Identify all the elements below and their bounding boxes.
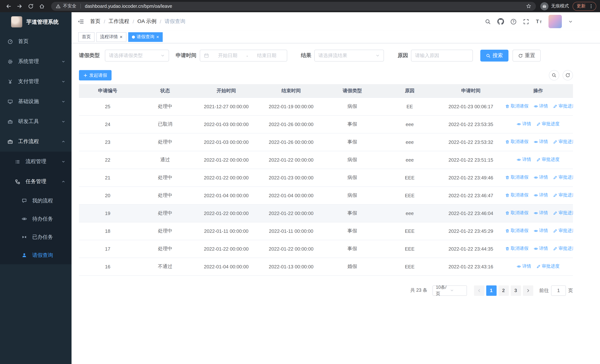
table-header-row: 申请编号 状态 开始时间 结束时间 请假类型 原因 申请时间 操作 (79, 84, 573, 97)
cancel-leave-link[interactable]: 取消请假 (505, 192, 528, 198)
tab-close-icon[interactable]: × (120, 35, 122, 39)
cell-start-time: 2022-01-11 00:00:00 (194, 222, 259, 240)
start-date-placeholder: 开始日期 (211, 52, 244, 59)
tab-leave-query[interactable]: 请假查询 × (128, 32, 163, 42)
toggle-search-icon[interactable] (549, 70, 559, 80)
sidebar-item-workflow[interactable]: 工作流程 (0, 131, 72, 152)
help-icon[interactable]: ? (510, 18, 517, 25)
cell-end-time: 2022-01-22 00:00:00 (259, 151, 324, 169)
sidebar-item-infrastructure[interactable]: 基础设施 (0, 92, 72, 112)
prev-page-button[interactable] (474, 285, 484, 296)
goto-page-input[interactable] (551, 285, 566, 296)
detail-link[interactable]: 详情 (534, 103, 548, 110)
calendar-icon (204, 53, 209, 58)
edit-icon (553, 193, 558, 197)
sidebar-item-process-management[interactable]: 流程管理 (0, 152, 72, 172)
cell-apply-time: 2022-01-22 23:53:32 (438, 133, 503, 151)
chevron-down-icon (61, 79, 66, 84)
bowtie-icon (21, 234, 30, 240)
detail-link[interactable]: 详情 (517, 263, 531, 270)
font-size-icon[interactable]: TT (535, 18, 542, 25)
result-select[interactable]: 请选择流结果 (314, 50, 384, 62)
fullscreen-icon[interactable] (523, 18, 529, 25)
browser-forward-icon[interactable] (15, 1, 24, 11)
sidebar-item-task-management[interactable]: 任务管理 (0, 172, 72, 192)
sidebar-item-leave-query[interactable]: 请假查询 (0, 246, 72, 264)
sidebar-item-label: 首页 (18, 38, 66, 45)
cancel-leave-link[interactable]: 取消请假 (505, 139, 528, 145)
tab-process-detail[interactable]: 流程详情 × (96, 32, 126, 42)
table-tools (549, 70, 573, 80)
approval-progress-link[interactable]: 审批进度 (553, 246, 573, 252)
approval-progress-link[interactable]: 审批进度 (553, 174, 573, 181)
detail-link[interactable]: 详情 (534, 139, 548, 145)
kebab-menu-icon[interactable] (589, 3, 594, 9)
refresh-icon[interactable] (562, 70, 573, 80)
bookmark-star-icon[interactable] (526, 3, 531, 9)
approval-progress-link[interactable]: 审批进度 (536, 157, 560, 163)
tab-close-icon[interactable]: × (156, 35, 159, 39)
cancel-leave-link[interactable]: 取消请假 (505, 228, 528, 234)
approval-progress-link[interactable]: 审批进度 (536, 121, 560, 127)
github-icon[interactable] (497, 18, 504, 25)
cell-end-time: 2022-01-22 00:00:00 (259, 204, 324, 222)
approval-progress-link[interactable]: 审批进度 (553, 228, 573, 234)
sidebar-item-system[interactable]: 系统管理 (0, 52, 72, 72)
breadcrumb-item[interactable]: 首页 (90, 18, 100, 25)
detail-link[interactable]: 详情 (534, 192, 548, 198)
cancel-leave-link[interactable]: 取消请假 (505, 174, 528, 181)
sidebar-item-my-processes[interactable]: 我的流程 (0, 192, 72, 210)
browser-home-icon[interactable] (37, 1, 47, 11)
search-button[interactable]: 搜索 (480, 50, 508, 62)
browser-update-button[interactable]: 更新 (572, 2, 596, 10)
cell-start-time: 2022-01-22 00:00:00 (194, 151, 259, 169)
chevron-down-icon (61, 119, 66, 124)
apply-time-range-picker[interactable]: 开始日期 - 结束日期 (200, 50, 287, 62)
chevron-down-icon[interactable] (568, 19, 573, 24)
reset-button[interactable]: 重置 (513, 50, 541, 62)
col-status: 状态 (136, 84, 194, 97)
approval-progress-link[interactable]: 审批进度 (553, 210, 573, 216)
address-bar[interactable]: 不安全 dashboard.yudao.iocoder.cn/bpm/oa/le… (51, 2, 536, 10)
detail-link[interactable]: 详情 (534, 210, 548, 216)
breadcrumb-item[interactable]: OA 示例 (138, 18, 157, 25)
sidebar-item-label: 支付管理 (18, 78, 61, 85)
browser-back-icon[interactable] (4, 1, 13, 11)
page-button-3[interactable]: 3 (510, 285, 521, 296)
approval-progress-link[interactable]: 审批进度 (553, 103, 573, 110)
page-size-select[interactable]: 10条/页 (432, 285, 467, 296)
goto-label: 前往 (539, 287, 549, 294)
browser-reload-icon[interactable] (26, 1, 36, 11)
page-button-1[interactable]: 1 (486, 285, 497, 296)
detail-link[interactable]: 详情 (517, 157, 531, 163)
approval-progress-link[interactable]: 审批进度 (553, 192, 573, 198)
next-page-button[interactable] (523, 285, 533, 296)
cancel-leave-link[interactable]: 取消请假 (505, 103, 528, 110)
detail-link[interactable]: 详情 (534, 246, 548, 252)
approval-progress-link[interactable]: 审批进度 (553, 139, 573, 145)
search-icon[interactable] (485, 18, 491, 25)
reason-input[interactable]: 请输入原因 (411, 50, 473, 62)
cancel-leave-link[interactable]: 取消请假 (505, 246, 528, 252)
reset-button-label: 重置 (525, 52, 535, 59)
breadcrumb-item[interactable]: 工作流程 (109, 18, 129, 25)
create-leave-button[interactable]: 发起请假 (79, 70, 112, 80)
table-row: 18 处理中 2022-01-11 00:00:00 2022-01-11 00… (79, 222, 573, 240)
page-button-2[interactable]: 2 (498, 285, 509, 296)
sidebar-item-done-tasks[interactable]: 已办任务 (0, 228, 72, 246)
cancel-leave-link[interactable]: 取消请假 (505, 210, 528, 216)
fold-menu-icon[interactable] (77, 18, 84, 25)
sidebar-item-payment[interactable]: 支付管理 (0, 72, 72, 92)
cell-apply-time: 2022-01-23 00:06:17 (438, 97, 503, 115)
user-avatar[interactable] (548, 15, 562, 28)
detail-link[interactable]: 详情 (534, 174, 548, 181)
breadcrumb-separator: / (133, 19, 134, 24)
detail-link[interactable]: 详情 (534, 228, 548, 234)
leave-type-select[interactable]: 请选择请假类型 (105, 50, 169, 62)
tab-home[interactable]: 首页 (78, 32, 94, 42)
approval-progress-link[interactable]: 审批进度 (536, 263, 560, 270)
sidebar-item-todo-tasks[interactable]: 待办任务 (0, 210, 72, 228)
sidebar-item-devtools[interactable]: 研发工具 (0, 112, 72, 131)
sidebar-item-home[interactable]: 首页 (0, 31, 72, 52)
detail-link[interactable]: 详情 (517, 121, 531, 127)
